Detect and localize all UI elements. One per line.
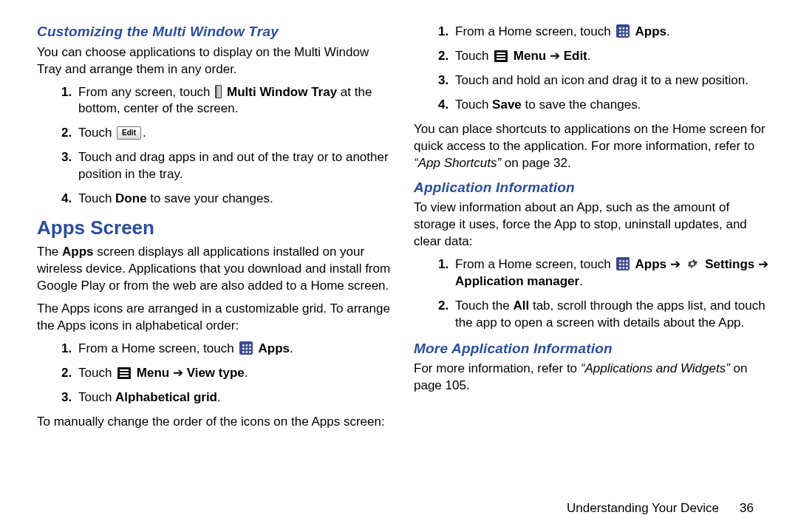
step: From a Home screen, touch Apps.: [75, 341, 392, 358]
paragraph: The Apps screen displays all application…: [37, 244, 392, 295]
text: Touch: [78, 366, 115, 380]
bold-text: Alphabetical grid: [115, 390, 217, 404]
italic-text: “Applications and Widgets”: [581, 361, 730, 375]
paragraph: To view information about an App, such a…: [414, 200, 768, 250]
apps-icon: [239, 341, 253, 355]
step: From any screen, touch Multi Window Tray…: [75, 84, 392, 118]
text: .: [245, 366, 248, 380]
menu-icon: [494, 50, 508, 62]
text: Touch: [455, 98, 492, 112]
text: to save your changes.: [147, 191, 273, 205]
text: From a Home screen, touch: [78, 341, 237, 355]
step: Touch Done to save your changes.: [75, 191, 392, 208]
text: to save the changes.: [522, 98, 641, 112]
text: Touch: [78, 126, 115, 140]
heading-apps-screen: Apps Screen: [37, 215, 392, 241]
right-column: From a Home screen, touch Apps. Touch Me…: [414, 22, 768, 525]
bold-text: Apps: [632, 24, 666, 38]
paragraph: You can choose applications to display o…: [37, 44, 392, 78]
bold-text: All: [513, 299, 529, 313]
text: .: [587, 49, 591, 63]
manual-page: Customizing the Multi Window Tray You ca…: [0, 0, 798, 532]
menu-icon: [117, 367, 131, 379]
text: You can place shortcuts to applications …: [414, 122, 765, 153]
paragraph: The Apps icons are arranged in a customi…: [37, 301, 392, 335]
step: From a Home screen, touch Apps ➔ Setting…: [452, 256, 768, 290]
bold-text: Done: [115, 191, 147, 205]
arrow-icon: ➔: [550, 49, 560, 63]
bold-text: Menu: [133, 366, 173, 380]
text: Touch the: [455, 299, 513, 313]
bold-text: Edit: [560, 49, 587, 63]
heading-app-info: Application Information: [414, 178, 768, 197]
step: From a Home screen, touch Apps.: [452, 24, 768, 41]
arrow-icon: ➔: [670, 257, 681, 271]
bold-text: Save: [492, 98, 522, 112]
step: Touch and hold an icon and drag it to a …: [452, 72, 768, 89]
edit-button-icon: Edit: [117, 126, 141, 140]
step: Touch Menu ➔ Edit.: [452, 48, 768, 65]
left-column: Customizing the Multi Window Tray You ca…: [37, 22, 392, 525]
page-footer: Understanding Your Device36: [567, 501, 754, 516]
heading-customizing: Customizing the Multi Window Tray: [37, 22, 392, 41]
paragraph: To manually change the order of the icon…: [37, 414, 392, 431]
arrow-icon: ➔: [173, 366, 183, 380]
bold-text: Settings: [701, 257, 758, 271]
steps-manual: From a Home screen, touch Apps. Touch Me…: [414, 24, 768, 114]
text: The: [37, 245, 62, 259]
step: Touch Alphabetical grid.: [75, 389, 392, 406]
bold-text: View type: [183, 366, 245, 380]
text: Touch: [455, 49, 492, 63]
text: Touch: [78, 191, 115, 205]
page-number: 36: [740, 501, 754, 516]
text: .: [579, 274, 583, 288]
bold-text: Apps: [632, 257, 669, 271]
italic-text: “App Shortcuts”: [414, 156, 501, 170]
text: .: [143, 126, 146, 140]
paragraph: For more information, refer to “Applicat…: [414, 361, 768, 395]
heading-more-app-info: More Application Information: [414, 339, 768, 358]
step: Touch Menu ➔ View type.: [75, 365, 392, 382]
text: .: [217, 390, 221, 404]
steps-alpha: From a Home screen, touch Apps. Touch Me…: [37, 341, 392, 406]
bold-text: Apps: [255, 341, 290, 355]
bold-text: Menu: [510, 49, 550, 63]
bold-text: Application manager: [455, 274, 579, 288]
text: From a Home screen, touch: [455, 24, 614, 38]
text: .: [290, 341, 293, 355]
step: Touch Save to save the changes.: [452, 97, 768, 114]
apps-icon: [616, 24, 630, 38]
text: .: [666, 24, 670, 38]
text: From any screen, touch: [78, 85, 214, 99]
step: Touch Edit.: [75, 125, 392, 142]
steps-tray: From any screen, touch Multi Window Tray…: [37, 84, 392, 208]
text: Touch: [78, 390, 115, 404]
multi-window-tray-icon: [215, 85, 222, 98]
text: From a Home screen, touch: [455, 257, 614, 271]
step: Touch the All tab, scroll through the ap…: [452, 298, 768, 332]
text: on page 32.: [501, 156, 571, 170]
steps-info: From a Home screen, touch Apps ➔ Setting…: [414, 256, 768, 332]
paragraph: You can place shortcuts to applications …: [414, 121, 768, 172]
arrow-icon: ➔: [758, 257, 768, 271]
bold-text: Apps: [62, 245, 94, 259]
apps-icon: [616, 257, 630, 270]
step: Touch and drag apps in and out of the tr…: [75, 149, 392, 183]
text: For more information, refer to: [414, 361, 581, 375]
section-title: Understanding Your Device: [567, 501, 719, 515]
settings-icon: [686, 257, 699, 270]
bold-text: Multi Window Tray: [223, 85, 337, 99]
